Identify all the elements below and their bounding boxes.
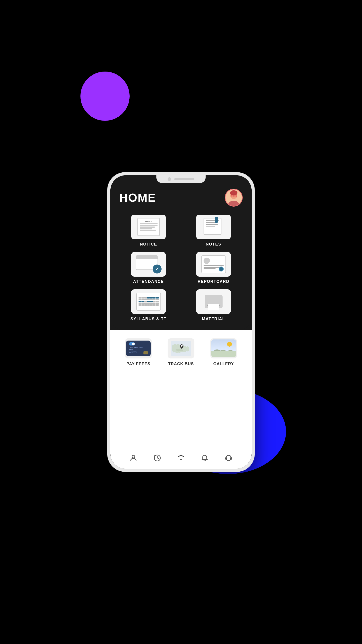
nav-history[interactable] <box>152 452 163 463</box>
bottom-item-payfees[interactable]: 1234 5678 1234 5678 ULAKAARI PAY FEEES <box>125 338 152 366</box>
nav-home[interactable] <box>176 452 186 463</box>
page-title: HOME <box>119 191 156 204</box>
syllabus-icon-box <box>131 289 166 314</box>
menu-item-reportcard[interactable]: REPORTCARD <box>184 252 243 284</box>
payfees-icon-box: 1234 5678 1234 5678 ULAKAARI <box>125 338 152 358</box>
menu-item-syllabus[interactable]: SYLLABUS & TT <box>119 289 178 321</box>
svg-point-9 <box>181 345 183 346</box>
pf-number: 1234 5678 1234 5678 <box>129 347 148 351</box>
pf-chip <box>143 351 148 354</box>
bottom-icons-row: 1234 5678 1234 5678 ULAKAARI PAY FEEES <box>117 338 245 446</box>
header-row: HOME <box>119 189 243 206</box>
bottom-section: 1234 5678 1234 5678 ULAKAARI PAY FEEES <box>110 330 252 469</box>
bell-icon <box>201 454 209 462</box>
menu-grid: NOTICE NOTICE <box>119 215 243 321</box>
nav-profile[interactable] <box>128 452 139 463</box>
notes-bookmark <box>215 217 218 223</box>
phone-mockup: HOME <box>107 172 255 472</box>
reportcard-icon-box <box>196 252 231 276</box>
notes-label: NOTES <box>206 242 221 247</box>
menu-item-notice[interactable]: NOTICE NOTICE <box>119 215 178 247</box>
si-grid <box>139 297 159 306</box>
notice-icon-box: NOTICE <box>131 215 166 239</box>
notes-icon-box <box>196 215 231 239</box>
purple-blob <box>80 72 130 121</box>
menu-item-material[interactable]: MATERIAL <box>184 289 243 321</box>
pf-toggle-track <box>129 342 135 346</box>
notice-icon: NOTICE <box>137 218 160 236</box>
avatar[interactable] <box>225 189 243 206</box>
attendance-icon: ✓ <box>136 255 161 273</box>
ri-seal <box>219 266 224 272</box>
trackbus-icon <box>169 340 193 357</box>
gallery-icon <box>211 340 236 357</box>
notice-label: NOTICE <box>140 242 157 247</box>
bottom-item-gallery[interactable]: GALLERY <box>210 338 237 366</box>
mat-printer <box>205 295 223 308</box>
nav-support[interactable] <box>223 452 234 463</box>
attendance-label: ATTENDANCE <box>133 279 164 284</box>
map-svg <box>171 341 191 356</box>
material-label: MATERIAL <box>202 317 225 321</box>
payfees-label: PAY FEEES <box>126 362 150 366</box>
tb-map <box>171 341 191 356</box>
att-card: ✓ <box>136 255 158 270</box>
phone-notch <box>156 175 206 183</box>
syllabus-icon <box>136 293 161 310</box>
material-icon <box>202 293 225 310</box>
gallery-icon-box <box>210 338 237 358</box>
att-stripe <box>136 256 158 259</box>
nav-notifications[interactable] <box>199 452 210 463</box>
gallery-label: GALLERY <box>213 362 234 366</box>
reportcard-icon <box>201 255 226 273</box>
bottom-item-trackbus[interactable]: TRACK BUS <box>168 338 194 366</box>
speaker <box>174 178 194 180</box>
notes-book <box>204 218 221 235</box>
payfees-icon: 1234 5678 1234 5678 ULAKAARI <box>126 340 151 356</box>
pf-toggle-thumb <box>132 342 135 345</box>
gallery-ground <box>211 351 236 357</box>
reportcard-label: REPORTCARD <box>198 279 229 284</box>
notes-icon <box>204 218 224 236</box>
att-check: ✓ <box>153 264 162 274</box>
trackbus-icon-box <box>168 338 194 358</box>
camera <box>168 177 171 181</box>
menu-item-attendance[interactable]: ✓ ATTENDANCE <box>119 252 178 284</box>
trackbus-label: TRACK BUS <box>168 362 194 366</box>
syllabus-label: SYLLABUS & TT <box>130 317 167 321</box>
headset-icon <box>225 454 233 462</box>
pf-toggle <box>129 342 148 346</box>
gallery-sun <box>227 342 232 346</box>
svg-point-11 <box>132 455 135 458</box>
ri-face <box>204 258 210 264</box>
notice-icon-text: NOTICE <box>140 220 158 224</box>
menu-item-notes[interactable]: NOTES <box>184 215 243 247</box>
phone-screen: HOME <box>110 175 252 469</box>
svg-point-3 <box>230 190 237 196</box>
phone-body: HOME <box>107 172 255 472</box>
mat-paper <box>208 304 219 310</box>
material-icon-box <box>196 289 231 314</box>
clock-icon <box>153 454 161 462</box>
top-section: HOME <box>110 175 252 330</box>
attendance-icon-box: ✓ <box>131 252 166 276</box>
person-icon <box>129 454 137 462</box>
home-icon <box>177 454 185 462</box>
nav-bar <box>117 449 245 469</box>
